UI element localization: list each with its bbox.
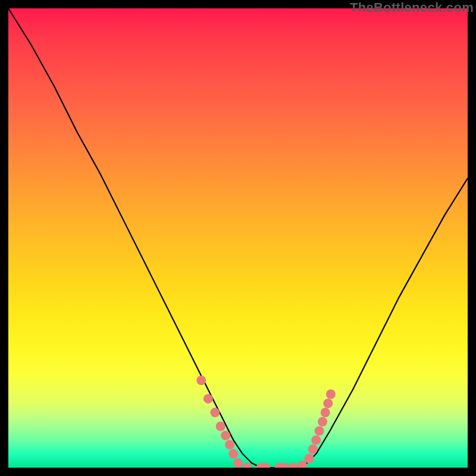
calibration-dot — [326, 389, 336, 399]
curve-layer — [8, 8, 468, 468]
calibration-dot — [225, 440, 234, 449]
calibration-dot — [221, 431, 230, 440]
calibration-dot — [298, 461, 307, 468]
calibration-dot — [305, 454, 314, 464]
plot-area — [8, 8, 468, 468]
calibration-dot — [321, 408, 330, 417]
calibration-dot — [228, 449, 238, 459]
calibration-dot — [289, 463, 298, 468]
chart-svg — [8, 8, 468, 468]
calibration-dot — [311, 436, 321, 445]
bottleneck-curve — [8, 8, 468, 468]
calibration-dot — [210, 408, 220, 417]
calibration-dot — [318, 417, 327, 427]
calibration-dot — [203, 394, 213, 403]
calibration-dot — [216, 422, 226, 431]
calibration-dot — [323, 399, 333, 408]
calibration-dot — [315, 426, 324, 436]
calibration-dot — [233, 458, 243, 468]
dots-layer — [196, 375, 336, 468]
calibration-dot — [242, 463, 252, 468]
calibration-dot — [308, 444, 318, 454]
calibration-dot — [196, 375, 206, 385]
chart-container: TheBottleneck.com — [0, 0, 476, 476]
watermark-label: TheBottleneck.com — [350, 0, 474, 15]
